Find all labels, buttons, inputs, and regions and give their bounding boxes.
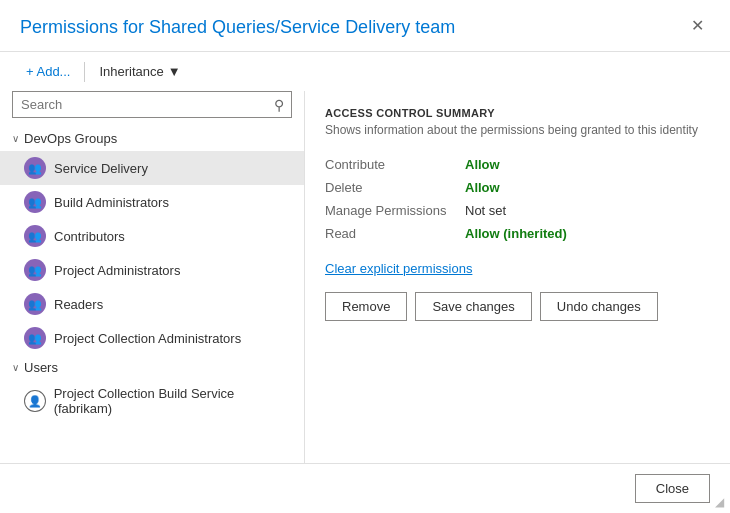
group-devops-label: DevOps Groups <box>24 131 117 146</box>
action-buttons: Remove Save changes Undo changes <box>325 292 710 321</box>
list-item-service-delivery[interactable]: 👥 Service Delivery <box>0 151 304 185</box>
table-row: Manage Permissions Not set <box>325 199 710 222</box>
item-label-project-administrators: Project Administrators <box>54 263 180 278</box>
dialog-title: Permissions for Shared Queries/Service D… <box>20 16 455 39</box>
left-panel: ⚲ ∨ DevOps Groups 👥 Service Delivery 👥 B… <box>0 91 305 463</box>
perm-value-manage: Not set <box>465 199 710 222</box>
permission-table: Contribute Allow Delete Allow Manage Per… <box>325 153 710 245</box>
search-input[interactable] <box>12 91 292 118</box>
content-area: ⚲ ∨ DevOps Groups 👥 Service Delivery 👥 B… <box>0 91 730 463</box>
table-row: Delete Allow <box>325 176 710 199</box>
item-label-readers: Readers <box>54 297 103 312</box>
save-changes-button[interactable]: Save changes <box>415 292 531 321</box>
group-header-devops[interactable]: ∨ DevOps Groups <box>0 126 304 151</box>
search-icon: ⚲ <box>274 97 284 113</box>
perm-name-read: Read <box>325 222 465 245</box>
group-list: ∨ DevOps Groups 👥 Service Delivery 👥 Bui… <box>0 126 304 463</box>
perm-name-manage: Manage Permissions <box>325 199 465 222</box>
right-panel: ACCESS CONTROL SUMMARY Shows information… <box>305 91 730 463</box>
clear-explicit-permissions-link[interactable]: Clear explicit permissions <box>325 261 472 276</box>
search-box: ⚲ <box>12 91 292 118</box>
remove-button[interactable]: Remove <box>325 292 407 321</box>
list-item-contributors[interactable]: 👥 Contributors <box>0 219 304 253</box>
table-row: Read Allow (inherited) <box>325 222 710 245</box>
item-label-build-administrators: Build Administrators <box>54 195 169 210</box>
resize-handle[interactable]: ◢ <box>715 495 724 509</box>
inheritance-arrow-icon: ▼ <box>168 64 181 79</box>
list-item-build-administrators[interactable]: 👥 Build Administrators <box>0 185 304 219</box>
permissions-dialog: Permissions for Shared Queries/Service D… <box>0 0 730 513</box>
group-users-label: Users <box>24 360 58 375</box>
footer-close-button[interactable]: Close <box>635 474 710 503</box>
add-button[interactable]: + Add... <box>20 60 76 83</box>
perm-name-delete: Delete <box>325 176 465 199</box>
list-item-readers[interactable]: 👥 Readers <box>0 287 304 321</box>
list-item-project-administrators[interactable]: 👥 Project Administrators <box>0 253 304 287</box>
item-label-build-service: Project Collection Build Service (fabrik… <box>54 386 292 416</box>
chevron-devops-icon: ∨ <box>12 133 19 144</box>
item-label-contributors: Contributors <box>54 229 125 244</box>
acs-subtitle: Shows information about the permissions … <box>325 123 710 137</box>
dialog-close-button[interactable]: ✕ <box>685 16 710 36</box>
group-header-users[interactable]: ∨ Users <box>0 355 304 380</box>
avatar-build-administrators: 👥 <box>24 191 46 213</box>
avatar-contributors: 👥 <box>24 225 46 247</box>
item-label-project-collection-administrators: Project Collection Administrators <box>54 331 241 346</box>
perm-value-read: Allow (inherited) <box>465 222 710 245</box>
inheritance-button[interactable]: Inheritance ▼ <box>93 60 186 83</box>
avatar-project-collection-administrators: 👥 <box>24 327 46 349</box>
list-item-build-service[interactable]: 👤 Project Collection Build Service (fabr… <box>0 380 304 422</box>
table-row: Contribute Allow <box>325 153 710 176</box>
perm-name-contribute: Contribute <box>325 153 465 176</box>
toolbar-divider <box>84 62 85 82</box>
perm-value-delete: Allow <box>465 176 710 199</box>
avatar-build-service: 👤 <box>24 390 46 412</box>
dialog-footer: Close <box>0 463 730 513</box>
list-item-project-collection-administrators[interactable]: 👥 Project Collection Administrators <box>0 321 304 355</box>
toolbar: + Add... Inheritance ▼ <box>0 52 730 91</box>
dialog-header: Permissions for Shared Queries/Service D… <box>0 0 730 39</box>
perm-value-contribute: Allow <box>465 153 710 176</box>
avatar-service-delivery: 👥 <box>24 157 46 179</box>
chevron-users-icon: ∨ <box>12 362 19 373</box>
avatar-project-administrators: 👥 <box>24 259 46 281</box>
inheritance-label: Inheritance <box>99 64 163 79</box>
undo-changes-button[interactable]: Undo changes <box>540 292 658 321</box>
item-label-service-delivery: Service Delivery <box>54 161 148 176</box>
acs-title: ACCESS CONTROL SUMMARY <box>325 107 710 119</box>
avatar-readers: 👥 <box>24 293 46 315</box>
